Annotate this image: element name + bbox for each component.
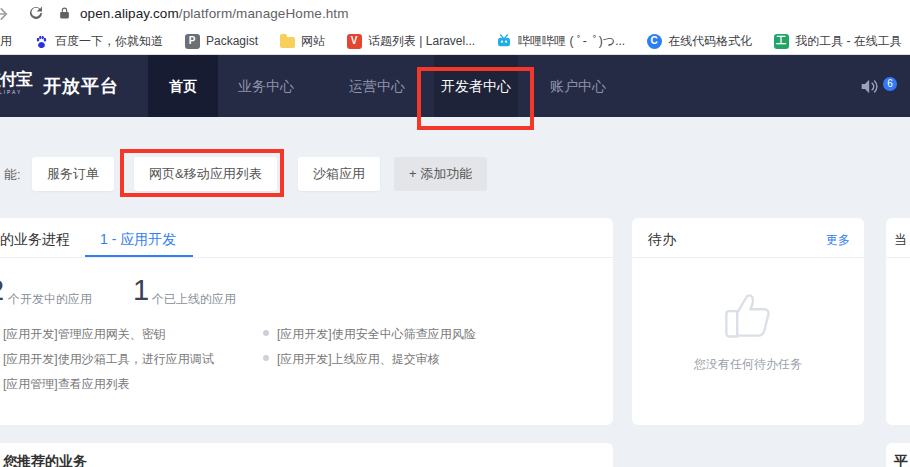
packagist-icon: P <box>184 33 200 49</box>
bookmarks-bar: 用 百度一下，你就知道 P Packagist 网站 V 话题列表 | Lara… <box>0 28 910 55</box>
annotation-box-developer-center <box>417 67 534 130</box>
nav-item-business-center[interactable]: 业务中心 <box>237 55 295 117</box>
lock-icon[interactable] <box>58 6 71 20</box>
bookmark-cut[interactable]: 用 <box>0 33 12 50</box>
bilibili-icon <box>496 33 512 49</box>
nav-item-home[interactable]: 首页 <box>148 55 218 117</box>
my-tools-icon: 工 <box>773 33 789 49</box>
add-function-button[interactable]: + 添加功能 <box>394 157 487 191</box>
right-partial-card: 当 <box>886 218 910 425</box>
recommended-business-card: 您推荐的业务 <box>0 443 613 467</box>
bullet-security-check: [应用开发]使用安全中心筛查应用风险 <box>277 326 476 343</box>
forward-arrow-icon[interactable] <box>0 4 11 24</box>
progress-card-header: 的业务进程 1 - 应用开发 <box>0 218 613 258</box>
nav-item-operation-center[interactable]: 运营中心 <box>348 55 406 117</box>
folder-icon <box>279 33 295 49</box>
bookmark-folder[interactable]: 网站 <box>279 33 325 50</box>
screen: open.alipay.com/platform/manageHome.htm … <box>0 0 910 467</box>
stat-developing-count: 2 <box>0 274 4 307</box>
bookmark-laravel-topics[interactable]: V 话题列表 | Laravel... <box>346 33 475 50</box>
bookmark-packagist[interactable]: P Packagist <box>184 33 258 49</box>
thumbs-up-icon <box>720 280 778 344</box>
bullet-dot <box>263 355 269 361</box>
address-bar[interactable]: open.alipay.com/platform/manageHome.htm <box>80 6 349 21</box>
tab-app-development[interactable]: 1 - 应用开发 <box>100 231 176 249</box>
todo-card: 待办 更多 您没有任何待办任务 <box>632 218 864 425</box>
bullet-manage-gateway: [应用开发]管理应用网关、密钥 <box>3 326 166 343</box>
todo-empty-text: 您没有任何待办任务 <box>632 356 864 373</box>
annotation-box-app-list <box>120 149 284 197</box>
sandbox-app-button[interactable]: 沙箱应用 <box>298 157 380 191</box>
bottom-right-partial-title: 平 <box>894 453 908 467</box>
notification-count-badge[interactable]: 6 <box>883 77 897 91</box>
bookmark-my-tools[interactable]: 工 我的工具 - 在线工具 <box>773 33 902 50</box>
bullet-sandbox-debug: [应用开发]使用沙箱工具，进行应用调试 <box>3 351 214 368</box>
todo-card-title: 待办 <box>648 231 676 249</box>
code-format-icon: C <box>646 33 662 49</box>
right-partial-card-header: 当 <box>886 218 910 258</box>
common-functions-label: 能: <box>4 166 21 184</box>
bookmark-bilibili[interactable]: 哔哩哔哩 ( ﾟ- ﾟ)つ... <box>496 33 625 50</box>
right-partial-card-title: 当 <box>894 231 907 249</box>
stat-online-count: 1 <box>133 274 149 307</box>
announcement-speaker-icon[interactable] <box>860 78 880 95</box>
brand-title: 开放平台 <box>43 55 119 117</box>
bullet-dot <box>263 330 269 336</box>
business-progress-card: 的业务进程 1 - 应用开发 2 个开发中的应用 1 个已上线的应用 [应用开发… <box>0 218 613 425</box>
url-path: /platform/manageHome.htm <box>179 6 349 21</box>
progress-card-title: 的业务进程 <box>0 231 70 249</box>
reload-icon[interactable] <box>27 4 45 22</box>
service-orders-button[interactable]: 服务订单 <box>32 157 114 191</box>
bullet-submit-review: [应用开发]上线应用、提交审核 <box>277 351 440 368</box>
recommended-business-title: 您推荐的业务 <box>3 453 87 467</box>
stat-developing-label: 个开发中的应用 <box>8 291 92 308</box>
todo-more-link[interactable]: 更多 <box>826 232 850 249</box>
bottom-right-partial-card: 平 <box>886 443 910 467</box>
browser-toolbar: open.alipay.com/platform/manageHome.htm <box>0 0 910 28</box>
alipay-logo[interactable]: 支付宝 ALIPAY <box>0 70 32 95</box>
url-domain: open.alipay.com <box>80 6 179 21</box>
bullet-view-app-list: [应用管理]查看应用列表 <box>3 376 130 393</box>
nav-item-account-center[interactable]: 账户中心 <box>549 55 607 117</box>
todo-card-header: 待办 更多 <box>632 218 864 258</box>
bookmark-code-format[interactable]: C 在线代码格式化 <box>646 33 752 50</box>
laravel-topics-icon: V <box>346 33 362 49</box>
baidu-icon <box>33 33 49 49</box>
bookmark-baidu[interactable]: 百度一下，你就知道 <box>33 33 163 50</box>
stat-online-label: 个已上线的应用 <box>152 291 236 308</box>
tab-active-underline <box>85 255 193 257</box>
